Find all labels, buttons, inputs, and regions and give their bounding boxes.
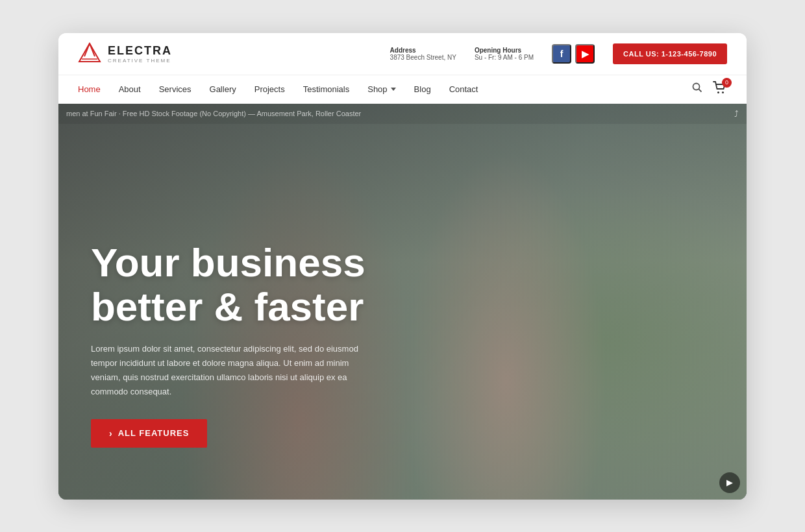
hero-content: Your business better & faster Lorem ipsu… [91, 241, 365, 448]
address-value: 3873 Beech Street, NY [390, 54, 456, 61]
nav-projects[interactable]: Projects [254, 84, 285, 94]
top-bar: ELECTRA CREATIVE THEME Address 3873 Beec… [58, 33, 747, 75]
all-features-button[interactable]: › ALL Features [91, 419, 207, 448]
hero-section: men at Fun Fair · Free HD Stock Footage … [58, 104, 747, 500]
cart-button[interactable]: 0 [713, 81, 727, 97]
nav-blog[interactable]: Blog [414, 84, 431, 94]
main-nav: Home About Services Gallery Projects Tes… [78, 84, 478, 94]
svg-point-7 [722, 91, 724, 93]
logo-name: ELECTRA [108, 44, 172, 58]
address-label: Address [390, 47, 456, 54]
hero-title: Your business better & faster [91, 241, 365, 329]
logo-area: ELECTRA CREATIVE THEME [78, 42, 172, 66]
logo-icon [78, 42, 101, 66]
search-icon [692, 82, 702, 93]
youtube-icon[interactable]: ▶ [575, 44, 595, 64]
address-block: Address 3873 Beech Street, NY [390, 47, 456, 61]
share-icon[interactable]: ⤴ [734, 109, 739, 119]
social-icons: f ▶ [552, 44, 595, 64]
logo-sub: CREATIVE THEME [108, 58, 172, 64]
nav-contact[interactable]: Contact [449, 84, 478, 94]
nav-services[interactable]: Services [159, 84, 192, 94]
hours-value: Su - Fr: 9 AM - 6 PM [475, 54, 534, 61]
video-bar-text: men at Fun Fair · Free HD Stock Footage … [66, 110, 361, 117]
facebook-icon[interactable]: f [552, 44, 571, 64]
nav-bar: Home About Services Gallery Projects Tes… [58, 75, 747, 104]
top-right-info: Address 3873 Beech Street, NY Opening Ho… [390, 43, 727, 64]
nav-gallery[interactable]: Gallery [210, 84, 236, 94]
hours-block: Opening Hours Su - Fr: 9 AM - 6 PM [475, 47, 534, 61]
shop-chevron-icon [391, 88, 396, 91]
youtube-play-icon[interactable]: ▶ [719, 472, 740, 493]
hours-label: Opening Hours [475, 47, 534, 54]
call-button[interactable]: CALL US: 1-123-456-7890 [613, 43, 727, 64]
cta-label: ALL Features [118, 428, 190, 438]
hero-title-line1: Your business [91, 240, 365, 285]
svg-point-6 [717, 91, 719, 93]
hero-title-line2: better & faster [91, 284, 364, 329]
browser-window: ELECTRA CREATIVE THEME Address 3873 Beec… [58, 33, 747, 500]
nav-home[interactable]: Home [78, 84, 101, 94]
nav-testimonials[interactable]: Testimonials [303, 84, 350, 94]
svg-point-4 [693, 84, 700, 90]
search-button[interactable] [692, 82, 702, 95]
logo-text: ELECTRA CREATIVE THEME [108, 44, 172, 64]
nav-about[interactable]: About [119, 84, 141, 94]
svg-line-5 [699, 90, 702, 92]
nav-shop[interactable]: Shop [367, 84, 395, 94]
nav-right: 0 [692, 81, 727, 97]
cta-arrow-icon: › [109, 428, 113, 439]
video-bar: men at Fun Fair · Free HD Stock Footage … [58, 104, 747, 124]
cart-badge: 0 [722, 78, 732, 88]
hero-description: Lorem ipsum dolor sit amet, consectetur … [91, 342, 364, 399]
